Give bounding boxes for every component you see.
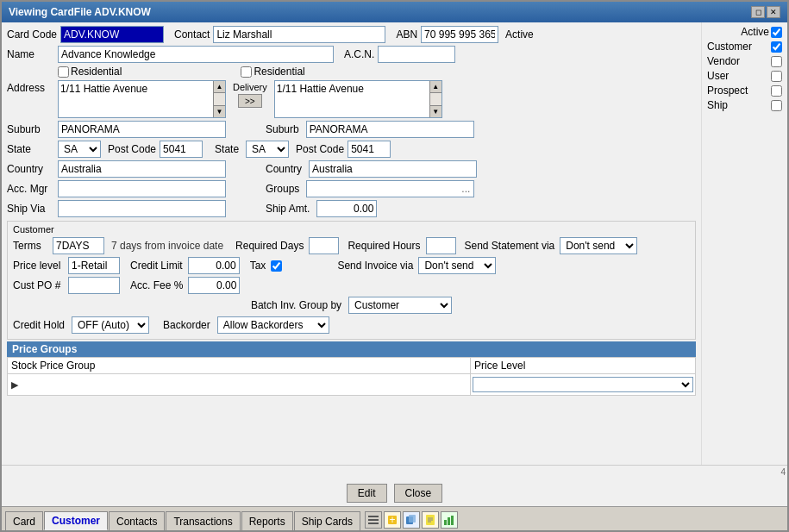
delivery-suburb-input[interactable] — [306, 121, 474, 138]
delivery-postcode-input[interactable] — [348, 141, 391, 158]
active-checkbox[interactable] — [771, 27, 782, 38]
delivery-address-box: 1/11 Hattie Avenue ▲ ▼ — [274, 80, 442, 118]
scroll-up-btn[interactable]: ▲ — [214, 81, 225, 93]
tab-ship-cards[interactable]: Ship Cards — [294, 511, 360, 530]
ship-checkbox[interactable] — [771, 100, 782, 111]
price-groups-row: ▶ — [8, 374, 695, 395]
state-select[interactable]: SA — [58, 141, 101, 158]
send-statement-label: Send Statement via — [465, 240, 555, 252]
ship-flag-row: Ship — [707, 99, 782, 111]
ship-via-input[interactable] — [58, 200, 226, 217]
price-groups-header: Price Groups — [7, 341, 696, 357]
tab-card[interactable]: Card — [5, 511, 43, 530]
acc-mgr-row: Acc. Mgr Groups ... — [7, 180, 696, 197]
address-scrollbar: ▲ ▼ — [213, 81, 225, 117]
batch-inv-select[interactable]: Customer — [348, 297, 452, 314]
price-level-dropdown[interactable] — [473, 377, 693, 392]
svg-rect-12 — [448, 517, 450, 525]
ship-amt-input[interactable] — [316, 200, 377, 217]
required-days-input[interactable] — [309, 237, 339, 254]
active-label: Active — [505, 28, 534, 41]
new-icon-button[interactable]: + — [384, 511, 401, 529]
list-icon-button[interactable] — [365, 511, 382, 529]
right-panel: Active Customer Vendor User Prospect — [701, 22, 787, 465]
residential-row: Residential Residential — [7, 66, 696, 78]
restore-button[interactable]: ◻ — [751, 6, 765, 18]
tab-customer-label: Customer — [52, 515, 100, 527]
backorder-select[interactable]: Allow Backorders — [217, 316, 329, 334]
country-label: Country — [7, 163, 54, 175]
price-level-input[interactable] — [68, 257, 120, 274]
edit-button[interactable]: Edit — [347, 484, 387, 503]
country-input[interactable] — [58, 160, 226, 178]
delivery-residential-checkbox[interactable] — [241, 66, 252, 78]
terms-description: 7 days from invoice date — [111, 240, 223, 252]
tab-contacts[interactable]: Contacts — [109, 511, 165, 530]
tax-checkbox[interactable] — [271, 260, 282, 272]
chart-icon-button[interactable] — [441, 511, 458, 529]
expand-arrow[interactable]: ▶ — [11, 379, 18, 391]
credit-hold-row: Credit Hold OFF (Auto) Backorder Allow B… — [13, 316, 690, 334]
delivery-scroll-down[interactable]: ▼ — [430, 105, 441, 117]
credit-hold-select[interactable]: OFF (Auto) — [72, 316, 149, 334]
acc-mgr-input[interactable] — [58, 180, 226, 197]
main-window: Viewing CardFile ADV.KNOW ◻ ✕ Card Code … — [0, 0, 789, 532]
close-button[interactable]: Close — [394, 484, 443, 503]
postcode-label: Post Code — [108, 143, 156, 155]
delivery-residential-label: Residential — [254, 66, 304, 78]
tab-reports[interactable]: Reports — [241, 511, 293, 530]
backorder-label: Backorder — [163, 319, 210, 331]
name-input[interactable] — [58, 46, 334, 63]
tab-transactions[interactable]: Transactions — [166, 511, 240, 530]
abn-input[interactable] — [421, 26, 498, 43]
send-invoice-select[interactable]: Don't send — [418, 257, 496, 274]
send-statement-select[interactable]: Don't send — [560, 237, 637, 254]
user-flag-label: User — [707, 70, 729, 82]
delivery-country-input[interactable] — [309, 160, 477, 178]
copy-delivery-button[interactable]: >> — [238, 94, 262, 108]
required-days-label: Required Days — [235, 240, 304, 252]
batch-inv-row: Batch Inv. Group by Customer — [13, 297, 690, 314]
card-code-input[interactable] — [60, 26, 164, 43]
copy-icon-button[interactable] — [403, 511, 420, 529]
delivery-label: Delivery — [233, 82, 267, 92]
note-icon-button[interactable] — [422, 511, 439, 529]
customer-checkbox[interactable] — [771, 41, 782, 53]
groups-input[interactable]: ... — [306, 180, 474, 197]
postcode-input[interactable] — [160, 141, 203, 158]
acn-input[interactable] — [378, 46, 455, 63]
contact-input[interactable] — [213, 26, 385, 43]
suburb-input[interactable] — [58, 121, 226, 138]
contact-label: Contact — [174, 28, 210, 41]
price-groups-section: Price Groups Stock Price Group Price Lev… — [7, 341, 696, 396]
ship-amt-label: Ship Amt. — [266, 203, 310, 215]
delivery-residential-checkbox-label[interactable]: Residential — [241, 66, 304, 78]
delivery-arrows: Delivery >> — [233, 82, 267, 108]
terms-input[interactable] — [53, 237, 104, 254]
terms-row: Terms 7 days from invoice date Required … — [13, 237, 690, 254]
tab-contacts-label: Contacts — [116, 516, 157, 528]
close-window-button[interactable]: ✕ — [767, 6, 780, 18]
tax-label: Tax — [250, 260, 266, 272]
residential-checkbox[interactable] — [58, 66, 69, 78]
required-hours-input[interactable] — [426, 237, 456, 254]
tab-customer[interactable]: Customer — [44, 511, 108, 530]
tab-card-label: Card — [13, 516, 35, 528]
country-row: Country Country — [7, 160, 696, 178]
stock-price-group-header: Stock Price Group — [8, 358, 471, 373]
abn-label: ABN — [396, 28, 417, 41]
vendor-checkbox[interactable] — [771, 56, 782, 67]
prospect-flag-row: Prospect — [707, 84, 782, 97]
address-textarea[interactable]: 1/11 Hattie Avenue — [59, 81, 213, 117]
credit-limit-input[interactable] — [188, 257, 240, 274]
scroll-down-btn[interactable]: ▼ — [214, 105, 225, 117]
acc-fee-input[interactable] — [188, 277, 240, 294]
residential-checkbox-label[interactable]: Residential — [58, 66, 122, 78]
user-checkbox[interactable] — [771, 71, 782, 82]
svg-rect-0 — [368, 516, 379, 517]
delivery-scroll-up[interactable]: ▲ — [430, 81, 441, 93]
cust-po-input[interactable] — [68, 277, 120, 294]
delivery-state-select[interactable]: SA — [246, 141, 289, 158]
prospect-checkbox[interactable] — [771, 85, 782, 97]
delivery-textarea[interactable]: 1/11 Hattie Avenue — [275, 81, 429, 117]
